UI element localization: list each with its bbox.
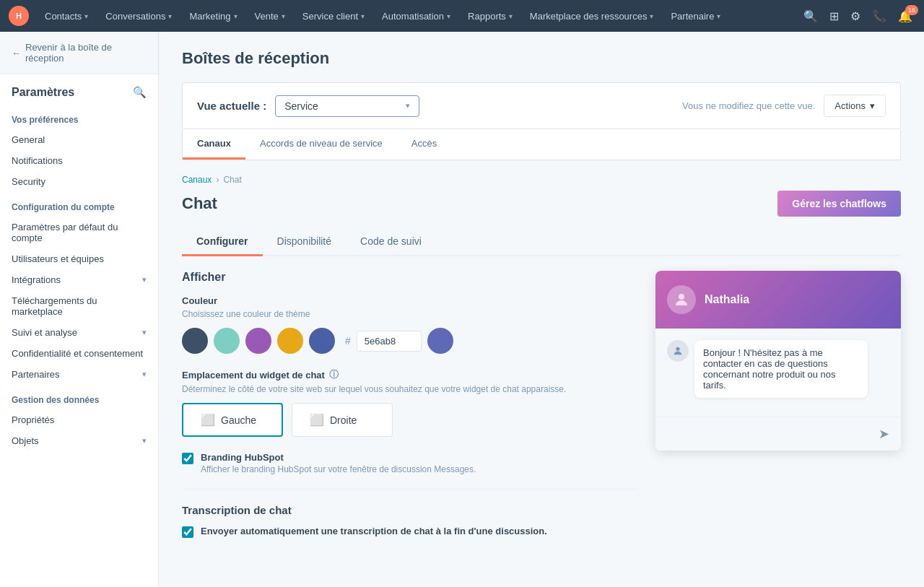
- sub-tab-disponibilite[interactable]: Disponibilité: [263, 228, 346, 256]
- sidebar-item-proprietes[interactable]: Propriétés: [0, 409, 158, 430]
- chat-page-title: Chat: [182, 194, 217, 213]
- sidebar-item-objets[interactable]: Objets ▾: [0, 430, 158, 451]
- notification-badge: 16: [905, 5, 918, 15]
- sidebar-item-partenaires[interactable]: Partenaires ▾: [0, 364, 158, 385]
- notifications-button[interactable]: 🔔 16: [895, 6, 915, 26]
- sub-tab-code-suivi[interactable]: Code de suivi: [346, 228, 436, 256]
- sub-tabs: Configurer Disponibilité Code de suivi: [182, 228, 901, 256]
- position-gauche-icon: ⬜: [201, 413, 215, 427]
- chat-preview-header: Nathalia: [655, 271, 901, 329]
- breadcrumb-canaux[interactable]: Canaux: [182, 175, 212, 185]
- svg-text:H: H: [16, 12, 22, 20]
- info-icon[interactable]: ⓘ: [329, 368, 339, 381]
- sidebar-title-row: Paramètres 🔍: [0, 74, 158, 105]
- color-swatch-blue[interactable]: [309, 328, 335, 354]
- sidebar-item-notifications[interactable]: Notifications: [0, 150, 158, 171]
- sidebar-section-config: Configuration du compte: [0, 192, 158, 217]
- nav-rapports[interactable]: Rapports ▾: [461, 8, 520, 25]
- chat-agent-name: Nathalia: [705, 293, 749, 306]
- nav-marketplace[interactable]: Marketplace des ressources ▾: [523, 8, 661, 25]
- tab-acces[interactable]: Accès: [397, 129, 451, 160]
- sidebar-search-icon[interactable]: 🔍: [133, 86, 147, 99]
- nav-contacts[interactable]: Contacts ▾: [38, 8, 95, 25]
- sidebar-item-confidentialite[interactable]: Confidentialité et consentement: [0, 343, 158, 364]
- position-gauche-button[interactable]: ⬜ Gauche: [182, 403, 283, 437]
- breadcrumb: Canaux › Chat: [182, 175, 901, 185]
- config-panel: Afficher Couleur Choisissez une couleur …: [182, 271, 638, 544]
- position-droite-label: Droite: [330, 414, 357, 426]
- sidebar-item-telechargements[interactable]: Téléchargements du marketplace: [0, 290, 158, 322]
- transcription-label[interactable]: Envoyer automatiquement une transcriptio…: [201, 526, 547, 536]
- gerer-chatflows-button[interactable]: Gérez les chatflows: [777, 191, 901, 217]
- vue-actuelle-label: Vue actuelle :: [197, 100, 266, 112]
- actions-button[interactable]: Actions ▾: [824, 95, 886, 117]
- nav-automatisation[interactable]: Automatisation ▾: [375, 8, 458, 25]
- branding-checkbox[interactable]: [182, 453, 193, 464]
- vue-select-dropdown[interactable]: Service ▾: [275, 95, 419, 117]
- expand-icon: ▾: [142, 370, 147, 379]
- nav-conversations[interactable]: Conversations ▾: [98, 8, 179, 25]
- nav-partenaire[interactable]: Partenaire ▾: [663, 8, 728, 25]
- nav-marketing[interactable]: Marketing ▾: [182, 8, 244, 25]
- color-preview-swatch[interactable]: [427, 328, 453, 354]
- color-swatch-dark[interactable]: [182, 328, 208, 354]
- widget-position-label: Emplacement du widget de chat ⓘ: [182, 368, 638, 381]
- sidebar-item-suivi[interactable]: Suivi et analyse ▾: [0, 322, 158, 343]
- sub-tab-configurer[interactable]: Configurer: [182, 228, 263, 256]
- tab-accords[interactable]: Accords de niveau de service: [245, 129, 397, 160]
- chat-preview-avatar: [667, 285, 696, 314]
- chevron-icon: ▾: [282, 12, 285, 20]
- sidebar-item-general[interactable]: General: [0, 129, 158, 150]
- phone-button[interactable]: 📞: [869, 6, 889, 26]
- chevron-icon: ▾: [168, 12, 172, 20]
- transcription-title: Transcription de chat: [182, 504, 638, 516]
- transcription-row: Envoyer automatiquement une transcriptio…: [182, 525, 638, 538]
- svg-point-2: [679, 294, 684, 300]
- vue-select-value: Service: [284, 100, 318, 112]
- expand-icon: ▾: [142, 275, 147, 284]
- sidebar-item-integrations[interactable]: Intégrations ▾: [0, 269, 158, 290]
- chevron-icon: ▾: [509, 12, 513, 20]
- color-row: #: [182, 328, 638, 354]
- select-chevron-icon: ▾: [406, 101, 410, 110]
- search-button[interactable]: 🔍: [801, 6, 821, 26]
- chevron-icon: ▾: [361, 12, 365, 20]
- transcription-checkbox[interactable]: [182, 526, 193, 538]
- nav-right-icons: 🔍 ⊞ ⚙ 📞 🔔 16: [801, 6, 915, 26]
- chat-bubble-avatar: [667, 340, 689, 362]
- top-nav: H Contacts ▾ Conversations ▾ Marketing ▾…: [0, 0, 924, 32]
- sidebar-item-utilisateurs[interactable]: Utilisateurs et équipes: [0, 248, 158, 269]
- hubspot-logo[interactable]: H: [9, 6, 29, 26]
- color-swatch-teal[interactable]: [214, 328, 240, 354]
- sidebar-title: Paramètres: [12, 86, 74, 99]
- color-hex-input[interactable]: [357, 331, 422, 352]
- sidebar: ← Revenir à la boîte de réception Paramè…: [0, 32, 159, 587]
- color-swatch-purple[interactable]: [245, 328, 271, 354]
- page-title: Boîtes de réception: [182, 49, 901, 68]
- apps-button[interactable]: ⊞: [827, 6, 842, 26]
- sidebar-item-parametres-compte[interactable]: Paramètres par défaut du compte: [0, 217, 158, 248]
- branding-label[interactable]: Branding HubSpot: [201, 452, 284, 463]
- settings-button[interactable]: ⚙: [847, 6, 863, 26]
- expand-icon: ▾: [142, 436, 147, 445]
- breadcrumb-chat: Chat: [223, 175, 241, 185]
- send-icon[interactable]: ➤: [879, 426, 889, 442]
- chevron-icon: ▾: [84, 12, 88, 20]
- position-droite-button[interactable]: ⬜ Droite: [292, 403, 393, 437]
- back-to-inbox-button[interactable]: ← Revenir à la boîte de réception: [0, 32, 158, 74]
- chevron-icon: ▾: [650, 12, 653, 20]
- main-content: Boîtes de réception Vue actuelle : Servi…: [159, 32, 924, 587]
- nav-service[interactable]: Service client ▾: [295, 8, 372, 25]
- color-label: Couleur: [182, 295, 638, 306]
- actions-label: Actions: [834, 100, 866, 111]
- nav-vente[interactable]: Vente ▾: [248, 8, 292, 25]
- color-swatch-orange[interactable]: [277, 328, 303, 354]
- sidebar-item-security[interactable]: Security: [0, 171, 158, 192]
- widget-position-sublabel: Déterminez le côté de votre site web sur…: [182, 384, 638, 394]
- position-buttons: ⬜ Gauche ⬜ Droite: [182, 403, 638, 437]
- back-label: Revenir à la boîte de réception: [25, 42, 147, 64]
- content-grid: Afficher Couleur Choisissez une couleur …: [182, 271, 901, 544]
- preview-panel: Nathalia Bonjour ! N'hésitez pas à me co…: [655, 271, 901, 451]
- color-sublabel: Choisissez une couleur de thème: [182, 309, 638, 319]
- tab-canaux[interactable]: Canaux: [183, 129, 245, 160]
